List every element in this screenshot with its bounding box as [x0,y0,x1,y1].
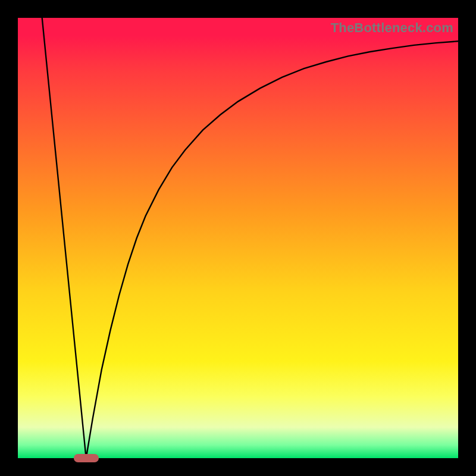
left-branch-curve [42,18,86,458]
right-branch-curve [86,41,458,458]
chart-curves [18,18,458,458]
plot-area: TheBottleneck.com [18,18,458,458]
chart-frame: TheBottleneck.com [0,0,476,476]
cusp-marker [74,454,99,462]
